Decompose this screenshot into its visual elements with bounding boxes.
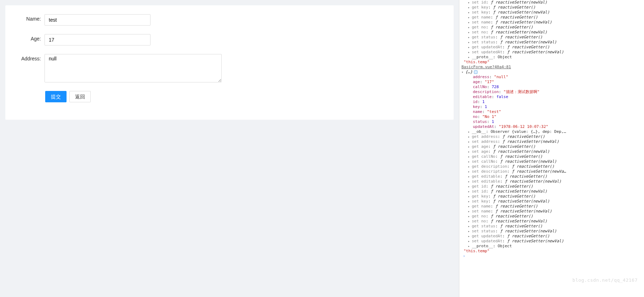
age-label: Age:: [16, 34, 44, 42]
age-input[interactable]: [44, 34, 151, 45]
name-input[interactable]: [44, 14, 151, 26]
address-label: Address:: [16, 54, 44, 61]
console-prompt[interactable]: ›: [461, 254, 465, 259]
address-textarea[interactable]: [44, 54, 222, 82]
source-link[interactable]: BasicForm.vue?40a4:81: [461, 65, 513, 70]
form-card: Name: Age: Address: 提交 返回: [5, 5, 454, 120]
submit-button[interactable]: 提交: [45, 91, 67, 102]
watermark-text: blog.csdn.net/qq_42167: [572, 277, 638, 283]
info-icon[interactable]: [474, 70, 477, 74]
this-temp-log: "this.temp": [464, 60, 490, 65]
form-panel: Name: Age: Address: 提交 返回: [0, 0, 459, 297]
devtools-console[interactable]: set id: ƒ reactiveSetter(newVal)get key:…: [459, 0, 644, 297]
back-button[interactable]: 返回: [69, 91, 91, 102]
name-label: Name:: [16, 14, 44, 22]
this-temp-log-2: "this.temp": [464, 249, 490, 254]
